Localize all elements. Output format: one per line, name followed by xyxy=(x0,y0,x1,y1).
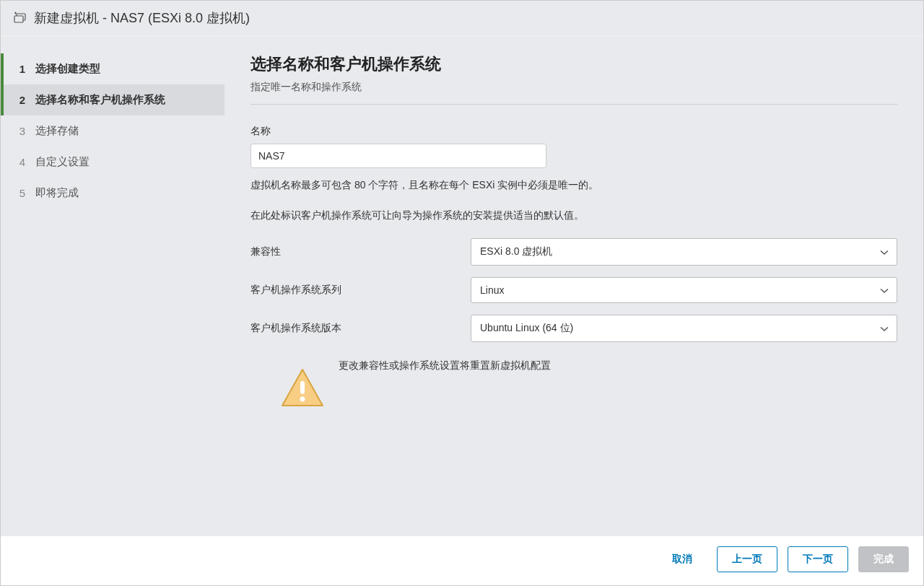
svg-rect-1 xyxy=(14,16,23,22)
next-button[interactable]: 下一页 xyxy=(788,546,848,572)
os-family-label: 客户机操作系统系列 xyxy=(250,284,471,297)
os-version-label: 客户机操作系统版本 xyxy=(250,322,471,335)
os-family-value: Linux xyxy=(471,277,897,303)
new-vm-icon xyxy=(12,11,27,25)
finish-button: 完成 xyxy=(858,546,909,572)
os-version-value: Ubuntu Linux (64 位) xyxy=(471,315,897,342)
step-number: 4 xyxy=(15,156,25,168)
dialog-title: 新建虚拟机 - NAS7 (ESXi 8.0 虚拟机) xyxy=(34,9,250,27)
name-hint: 虚拟机名称最多可包含 80 个字符，且名称在每个 ESXi 实例中必须是唯一的。 xyxy=(250,177,897,193)
os-version-select[interactable]: Ubuntu Linux (64 位) xyxy=(471,315,897,342)
vm-name-input[interactable] xyxy=(250,144,546,168)
step-label: 自定义设置 xyxy=(35,155,90,169)
back-button[interactable]: 上一页 xyxy=(717,546,777,572)
os-hint: 在此处标识客户机操作系统可让向导为操作系统的安装提供适当的默认值。 xyxy=(250,207,897,223)
warning-icon xyxy=(279,359,326,410)
step-label: 选择名称和客户机操作系统 xyxy=(35,93,165,107)
step-label: 选择存储 xyxy=(35,124,79,138)
content-title: 选择名称和客户机操作系统 xyxy=(250,53,897,75)
wizard-step-2[interactable]: 2 选择名称和客户机操作系统 xyxy=(1,84,225,115)
step-number: 2 xyxy=(15,94,25,106)
step-number: 5 xyxy=(15,187,25,199)
step-label: 选择创建类型 xyxy=(35,62,100,76)
warning-row: 更改兼容性或操作系统设置将重置新虚拟机配置 xyxy=(250,359,897,410)
step-number: 1 xyxy=(15,63,25,75)
svg-rect-2 xyxy=(300,381,305,394)
step-number: 3 xyxy=(15,125,25,137)
dialog-body: 1 选择创建类型 2 选择名称和客户机操作系统 3 选择存储 4 自定义设置 5… xyxy=(1,36,923,536)
dialog-header: 新建虚拟机 - NAS7 (ESXi 8.0 虚拟机) xyxy=(1,1,923,36)
name-label: 名称 xyxy=(250,125,897,138)
compat-select[interactable]: ESXi 8.0 虚拟机 xyxy=(471,238,897,266)
compat-value: ESXi 8.0 虚拟机 xyxy=(471,238,897,266)
wizard-content: 选择名称和客户机操作系统 指定唯一名称和操作系统 名称 虚拟机名称最多可包含 8… xyxy=(225,36,923,536)
compat-row: 兼容性 ESXi 8.0 虚拟机 xyxy=(250,238,897,266)
os-version-row: 客户机操作系统版本 Ubuntu Linux (64 位) xyxy=(250,315,897,342)
wizard-step-4[interactable]: 4 自定义设置 xyxy=(1,146,225,178)
new-vm-wizard-dialog: 新建虚拟机 - NAS7 (ESXi 8.0 虚拟机) 1 选择创建类型 2 选… xyxy=(0,0,924,586)
dialog-footer: 取消 上一页 下一页 完成 xyxy=(1,536,923,585)
svg-point-3 xyxy=(300,396,305,401)
wizard-step-5[interactable]: 5 即将完成 xyxy=(1,178,225,209)
os-family-row: 客户机操作系统系列 Linux xyxy=(250,277,897,303)
content-subtitle: 指定唯一名称和操作系统 xyxy=(250,81,897,105)
wizard-step-1[interactable]: 1 选择创建类型 xyxy=(1,53,225,84)
warning-text: 更改兼容性或操作系统设置将重置新虚拟机配置 xyxy=(339,359,551,372)
wizard-step-3[interactable]: 3 选择存储 xyxy=(1,115,225,146)
compat-label: 兼容性 xyxy=(250,245,471,258)
step-label: 即将完成 xyxy=(35,186,79,200)
os-family-select[interactable]: Linux xyxy=(471,277,897,303)
cancel-button[interactable]: 取消 xyxy=(658,547,707,572)
wizard-sidebar: 1 选择创建类型 2 选择名称和客户机操作系统 3 选择存储 4 自定义设置 5… xyxy=(1,36,225,536)
